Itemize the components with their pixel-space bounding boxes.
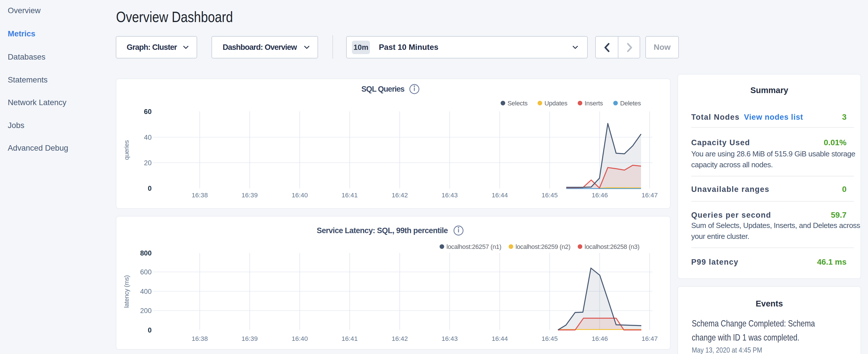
svg-text:16:45: 16:45: [541, 335, 558, 342]
svg-text:16:46: 16:46: [592, 192, 608, 199]
svg-text:16:41: 16:41: [342, 335, 358, 342]
svg-text:16:39: 16:39: [242, 192, 258, 199]
svg-text:16:47: 16:47: [642, 192, 658, 199]
svg-text:16:43: 16:43: [442, 192, 458, 199]
svg-text:200: 200: [140, 307, 152, 315]
svg-text:60: 60: [144, 108, 152, 116]
svg-text:16:41: 16:41: [342, 192, 358, 199]
svg-text:Selects: Selects: [507, 100, 528, 107]
svg-text:20: 20: [144, 159, 152, 167]
svg-text:Service Latency: SQL, 99th per: Service Latency: SQL, 99th percentile: [317, 226, 448, 235]
svg-text:queries: queries: [123, 140, 130, 160]
svg-text:16:44: 16:44: [492, 192, 508, 199]
svg-text:16:42: 16:42: [392, 335, 408, 342]
svg-text:Inserts: Inserts: [585, 100, 603, 107]
svg-text:800: 800: [140, 249, 152, 257]
svg-text:16:40: 16:40: [292, 192, 308, 199]
svg-text:16:38: 16:38: [192, 192, 208, 199]
svg-text:16:42: 16:42: [392, 192, 408, 199]
svg-text:16:46: 16:46: [592, 335, 608, 342]
svg-text:16:45: 16:45: [541, 192, 558, 199]
svg-text:400: 400: [140, 288, 152, 295]
svg-text:SQL Queries: SQL Queries: [361, 85, 404, 93]
svg-text:16:43: 16:43: [442, 335, 458, 342]
svg-text:16:40: 16:40: [292, 335, 308, 342]
svg-text:localhost:26258 (n3): localhost:26258 (n3): [585, 243, 639, 250]
svg-text:Deletes: Deletes: [620, 100, 641, 107]
svg-text:16:44: 16:44: [492, 335, 508, 342]
svg-text:40: 40: [144, 133, 152, 141]
svg-text:16:39: 16:39: [242, 335, 258, 342]
svg-text:0: 0: [148, 185, 152, 192]
svg-text:16:47: 16:47: [642, 335, 658, 342]
svg-text:16:38: 16:38: [192, 335, 208, 342]
svg-text:localhost:26259 (n2): localhost:26259 (n2): [516, 243, 570, 250]
svg-text:Updates: Updates: [545, 100, 567, 107]
svg-text:localhost:26257 (n1): localhost:26257 (n1): [446, 243, 501, 250]
svg-text:latency (ms): latency (ms): [123, 275, 130, 308]
svg-text:0: 0: [148, 326, 152, 334]
svg-text:600: 600: [140, 268, 152, 276]
